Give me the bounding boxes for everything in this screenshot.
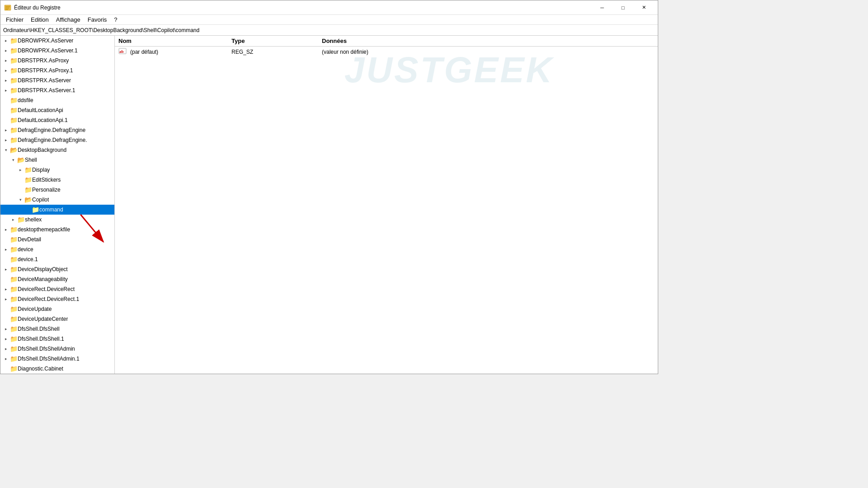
- tree-item-dbrowprx-asserver1[interactable]: ▸📁DBROWPRX.AsServer.1: [0, 46, 114, 56]
- folder-icon-dbrowprx-asserver: 📁: [9, 37, 18, 44]
- expand-btn-devicedisplayobject[interactable]: ▸: [2, 266, 9, 273]
- folder-icon-ddsfile: 📁: [9, 97, 18, 104]
- tree-item-dfsshell-dfsshell-admin[interactable]: ▸📁DfsShell.DfsShellAdmin: [0, 344, 114, 354]
- tree-item-dbrstprx-asserver[interactable]: ▸📁DBRSTPRX.AsServer: [0, 75, 114, 85]
- address-path[interactable]: Ordinateur\HKEY_CLASSES_ROOT\DesktopBack…: [3, 27, 199, 33]
- expand-btn-dbrowprx-asserver1[interactable]: ▸: [2, 47, 9, 54]
- folder-icon-dbrowprx-asserver1: 📁: [9, 47, 18, 54]
- expand-btn-desktopthemepackfile[interactable]: ▸: [2, 226, 9, 233]
- tree-item-dbrowprx-asserver[interactable]: ▸📁DBROWPRX.AsServer: [0, 36, 114, 46]
- expand-btn-dbrstprx-asproxy1[interactable]: ▸: [2, 67, 9, 74]
- folder-icon-dfsshell-dfsshell1: 📁: [9, 335, 18, 343]
- expand-btn-devicerect-devicerect1[interactable]: ▸: [2, 296, 9, 303]
- tree-item-dbrstprx-asserver1[interactable]: ▸📁DBRSTPRX.AsServer.1: [0, 85, 114, 95]
- tree-item-defaultlocationapi1[interactable]: 📁DefaultLocationApi.1: [0, 115, 114, 125]
- menu-favoris[interactable]: Favoris: [84, 15, 111, 24]
- expand-btn-defaultlocationapi: [2, 107, 9, 114]
- tree-item-editstickers[interactable]: 📁EditStickers: [0, 175, 114, 185]
- tree-item-desktopthemepackfile[interactable]: ▸📁desktopthemepackfile: [0, 225, 114, 235]
- tree-item-devdetail[interactable]: 📁DevDetail: [0, 235, 114, 244]
- tree-label-shellex: shellex: [25, 216, 42, 223]
- expand-btn-defaultlocationapi1: [2, 117, 9, 124]
- tree-item-defragengine-defragengine2[interactable]: ▸📁DefragEngine.DefragEngine.: [0, 135, 114, 145]
- detail-row[interactable]: ab(par défaut)REG_SZ(valeur non définie): [115, 47, 658, 57]
- tree-label-desktopbackground: DesktopBackground: [18, 147, 66, 153]
- title-bar: Éditeur du Registre ─ □ ✕: [0, 0, 658, 15]
- tree-label-dfsshell-dfsshell-admin1: DfsShell.DfsShellAdmin.1: [18, 356, 80, 362]
- minimize-button[interactable]: ─: [592, 0, 613, 15]
- tree-item-command[interactable]: 📁command: [0, 205, 114, 215]
- menu-fichier[interactable]: Fichier: [2, 15, 27, 24]
- tree-panel[interactable]: ▸📁DBROWPRX.AsServer▸📁DBROWPRX.AsServer.1…: [0, 36, 115, 374]
- tree-item-desktopbackground[interactable]: ▾📂DesktopBackground: [0, 145, 114, 155]
- expand-btn-desktopbackground[interactable]: ▾: [2, 146, 9, 154]
- folder-icon-deviceupdate: 📁: [9, 305, 18, 313]
- folder-icon-dbrstprx-asproxy1: 📁: [9, 67, 18, 74]
- expand-btn-dbrstprx-asserver1[interactable]: ▸: [2, 87, 9, 94]
- folder-icon-shellex: 📁: [17, 216, 25, 223]
- tree-label-personalize: Personalize: [32, 187, 61, 193]
- window-title: Éditeur du Registre: [14, 5, 592, 11]
- folder-icon-device: 📁: [9, 246, 18, 253]
- tree-item-diagnostic-cabinet[interactable]: 📁Diagnostic.Cabinet: [0, 364, 114, 374]
- maximize-button[interactable]: □: [613, 0, 633, 15]
- expand-btn-dfsshell-dfsshell[interactable]: ▸: [2, 325, 9, 333]
- tree-item-devicerect-devicerect[interactable]: ▸📁DeviceRect.DeviceRect: [0, 284, 114, 294]
- tree-item-ddsfile[interactable]: 📁ddsfile: [0, 95, 114, 105]
- folder-icon-defragengine-defragengine: 📁: [9, 127, 18, 134]
- expand-btn-display[interactable]: ▸: [17, 166, 24, 174]
- cell-nom-text-0: (par défaut): [130, 49, 158, 55]
- cell-type-0: REG_SZ: [231, 49, 322, 55]
- tree-item-dfsshell-dfsshell1[interactable]: ▸📁DfsShell.DfsShell.1: [0, 334, 114, 344]
- tree-item-dfsshell-dfsshell[interactable]: ▸📁DfsShell.DfsShell: [0, 324, 114, 334]
- tree-item-devicedisplayobject[interactable]: ▸📁DeviceDisplayObject: [0, 264, 114, 274]
- expand-btn-dfsshell-dfsshell1[interactable]: ▸: [2, 335, 9, 343]
- tree-label-deviceupdatecenter: DeviceUpdateCenter: [18, 316, 68, 322]
- menu-edition[interactable]: Edition: [27, 15, 52, 24]
- detail-header: Nom Type Données: [115, 36, 658, 47]
- folder-icon-devicemanageability: 📁: [9, 276, 18, 283]
- expand-btn-shellex[interactable]: ▸: [9, 216, 17, 223]
- expand-btn-dfsshell-dfsshell-admin[interactable]: ▸: [2, 345, 9, 352]
- tree-item-copilot[interactable]: ▾📂Copilot: [0, 195, 114, 205]
- col-header-data: Données: [322, 38, 654, 44]
- expand-btn-defragengine-defragengine2[interactable]: ▸: [2, 136, 9, 144]
- tree-item-dbrstprx-asproxy[interactable]: ▸📁DBRSTPRX.AsProxy: [0, 56, 114, 66]
- folder-icon-shell: 📂: [17, 156, 25, 164]
- tree-item-devicerect-devicerect1[interactable]: ▸📁DeviceRect.DeviceRect.1: [0, 294, 114, 304]
- tree-item-device1[interactable]: 📁device.1: [0, 254, 114, 264]
- expand-btn-dfsshell-dfsshell-admin1[interactable]: ▸: [2, 355, 9, 362]
- tree-label-copilot: Copilot: [32, 197, 49, 203]
- expand-btn-ddsfile: [2, 97, 9, 104]
- address-bar: Ordinateur\HKEY_CLASSES_ROOT\DesktopBack…: [0, 25, 658, 36]
- cell-data-0: (valeur non définie): [322, 49, 654, 55]
- tree-item-dfsshell-dfsshell-admin1[interactable]: ▸📁DfsShell.DfsShellAdmin.1: [0, 354, 114, 364]
- tree-item-defragengine-defragengine[interactable]: ▸📁DefragEngine.DefragEngine: [0, 125, 114, 135]
- tree-label-devicedisplayobject: DeviceDisplayObject: [18, 266, 68, 272]
- tree-item-shellex[interactable]: ▸📁shellex: [0, 215, 114, 225]
- tree-item-dbrstprx-asproxy1[interactable]: ▸📁DBRSTPRX.AsProxy.1: [0, 66, 114, 75]
- tree-item-shell[interactable]: ▾📂Shell: [0, 155, 114, 165]
- expand-btn-devicerect-devicerect[interactable]: ▸: [2, 286, 9, 293]
- expand-btn-copilot[interactable]: ▾: [17, 196, 24, 203]
- expand-btn-device[interactable]: ▸: [2, 246, 9, 253]
- menu-help[interactable]: ?: [110, 15, 121, 24]
- svg-rect-2: [5, 8, 9, 9]
- tree-item-display[interactable]: ▸📁Display: [0, 165, 114, 175]
- close-button[interactable]: ✕: [633, 0, 654, 15]
- tree-item-personalize[interactable]: 📁Personalize: [0, 185, 114, 195]
- expand-btn-shell[interactable]: ▾: [9, 156, 17, 164]
- tree-item-device[interactable]: ▸📁device: [0, 244, 114, 254]
- tree-label-editstickers: EditStickers: [32, 177, 61, 183]
- expand-btn-dbrstprx-asserver[interactable]: ▸: [2, 77, 9, 84]
- tree-item-devicemanageability[interactable]: 📁DeviceManageability: [0, 274, 114, 284]
- expand-btn-defragengine-defragengine[interactable]: ▸: [2, 127, 9, 134]
- expand-btn-dbrowprx-asserver[interactable]: ▸: [2, 37, 9, 44]
- expand-btn-dbrstprx-asproxy[interactable]: ▸: [2, 57, 9, 64]
- detail-panel: JUSTGEEK Nom Type Données ab(par défaut)…: [115, 36, 658, 374]
- tree-item-defaultlocationapi[interactable]: 📁DefaultLocationApi: [0, 105, 114, 115]
- tree-item-deviceupdatecenter[interactable]: 📁DeviceUpdateCenter: [0, 314, 114, 324]
- menu-affichage[interactable]: Affichage: [52, 15, 84, 24]
- col-header-type: Type: [231, 38, 322, 44]
- tree-item-deviceupdate[interactable]: 📁DeviceUpdate: [0, 304, 114, 314]
